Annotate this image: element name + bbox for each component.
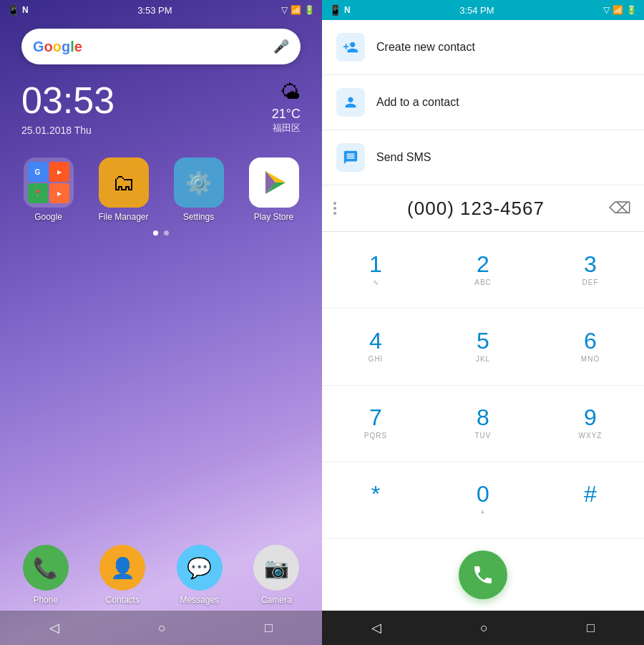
digit-4: 4 (369, 329, 382, 354)
phone-dock-label: Phone (33, 595, 58, 605)
home-button-left[interactable]: ○ (158, 621, 166, 636)
clock-widget: 03:53 25.01.2018 Thu 🌤 21°C 福田区 (21, 79, 301, 136)
key-8[interactable]: 8 TUV (429, 386, 537, 462)
back-button-right[interactable]: ◁ (371, 620, 381, 636)
digit-3: 3 (584, 252, 597, 277)
other-sub-icon: ▶ (49, 183, 69, 203)
key-7[interactable]: 7 PQRS (322, 386, 429, 462)
backspace-button[interactable]: ⌫ (607, 195, 633, 221)
wifi-icon: ▽ (281, 5, 288, 15)
backspace-icon: ⌫ (609, 199, 631, 218)
key-4[interactable]: 4 GHI (322, 309, 429, 385)
contact-menu: Create new contact Add to a contact Send… (322, 20, 644, 185)
clock-date: 25.01.2018 Thu (21, 125, 114, 136)
key-1[interactable]: 1 ∿ (322, 232, 429, 309)
key-hash[interactable]: # (537, 462, 644, 539)
send-sms-label: Send SMS (376, 151, 431, 164)
key-star[interactable]: * (322, 462, 429, 539)
status-time-left: 3:53 PM (137, 5, 172, 16)
location: 福田区 (272, 122, 301, 135)
dock-contacts[interactable]: 👤 Contacts (99, 545, 145, 605)
app-file-manager[interactable]: File Manager (98, 157, 148, 222)
recent-button-left[interactable]: □ (265, 621, 273, 636)
phone-dock-icon: 📞 (23, 545, 69, 591)
signal-icon: 📶 (291, 5, 301, 15)
microphone-icon[interactable]: 🎤 (273, 39, 289, 54)
dock-messages[interactable]: 💬 Messages (177, 545, 223, 605)
camera-dock-label: Camera (261, 595, 292, 605)
dock-camera[interactable]: 📷 Camera (253, 545, 299, 605)
add-to-contact-item[interactable]: Add to a contact (322, 75, 644, 130)
digit-7: 7 (369, 405, 382, 430)
file-manager-icon (99, 157, 149, 208)
app-status-icon: 📱 (7, 4, 19, 16)
messages-dock-label: Messages (180, 595, 219, 605)
youtube-sub-icon: ▶ (49, 162, 69, 182)
digit-9: 9 (584, 405, 597, 430)
status-left-icons: 📱 N (7, 4, 29, 16)
recent-button-right[interactable]: □ (587, 621, 595, 636)
left-screen: 📱 N 3:53 PM ▽ 📶 🔋 Google 🎤 03:53 25.01.2… (0, 0, 322, 645)
status-right-icons-right: ▽ 📶 🔋 (603, 5, 637, 15)
key-0[interactable]: 0 + (429, 462, 537, 539)
status-right-left-icons: 📱 N (329, 4, 351, 16)
call-row (322, 539, 644, 611)
settings-label: Settings (183, 212, 214, 222)
play-store-label: Play Store (254, 212, 293, 222)
keypad: 1 ∿ 2 ABC 3 DEF 4 GHI 5 JKL 6 MNO (322, 232, 644, 539)
signal-icon-right: 📶 (613, 5, 623, 15)
nav-bar-left: ◁ ○ □ (0, 611, 322, 645)
digit-8: 8 (477, 405, 489, 430)
send-sms-item[interactable]: Send SMS (322, 130, 644, 185)
status-bar-right: 📱 N 3:54 PM ▽ 📶 🔋 (322, 0, 644, 20)
back-button-left[interactable]: ◁ (49, 620, 59, 636)
key-3[interactable]: 3 DEF (537, 232, 644, 309)
wifi-icon-right: ▽ (603, 5, 610, 15)
dot-1 (153, 231, 158, 236)
letters-3: DEF (582, 278, 599, 288)
right-screen: 📱 N 3:54 PM ▽ 📶 🔋 Create new contact (322, 0, 644, 645)
nav-bar-right: ◁ ○ □ (322, 611, 644, 645)
digit-6: 6 (584, 329, 597, 354)
app-google[interactable]: G ▶ 📍 ▶ Google (24, 157, 74, 222)
letters-8: TUV (475, 432, 492, 442)
letters-0: + (481, 508, 486, 518)
dock-phone[interactable]: 📞 Phone (23, 545, 69, 605)
key-5[interactable]: 5 JKL (429, 309, 537, 385)
key-9[interactable]: 9 WXYZ (537, 386, 644, 462)
google-logo: Google (33, 39, 82, 55)
create-contact-item[interactable]: Create new contact (322, 20, 644, 75)
google-app-label: Google (34, 212, 62, 222)
bottom-dock: 📞 Phone 👤 Contacts 💬 Messages 📷 Camera (0, 545, 322, 605)
key-2[interactable]: 2 ABC (429, 232, 537, 309)
contacts-dock-label: Contacts (106, 595, 140, 605)
google-folder-icon: G ▶ 📍 ▶ (24, 157, 74, 208)
app-grid: G ▶ 📍 ▶ Google File Manager ⚙️ Settings (14, 157, 308, 222)
letters-7: PQRS (364, 432, 387, 442)
home-button-right[interactable]: ○ (480, 621, 488, 636)
battery-icon-right: 🔋 (626, 5, 637, 15)
letters-9: WXYZ (579, 432, 602, 442)
letters-6: MNO (581, 355, 600, 365)
app-status-icon-right: 📱 (329, 4, 341, 16)
google-search-bar[interactable]: Google 🎤 (21, 29, 301, 64)
google-sub-icon: G (28, 162, 48, 182)
digit-5: 5 (477, 329, 489, 354)
temperature: 21°C (272, 107, 301, 122)
clock-left: 03:53 25.01.2018 Thu (21, 79, 114, 136)
dialer: (000) 123-4567 ⌫ 1 ∿ 2 ABC 3 DEF 4 GHI (322, 185, 644, 611)
call-button[interactable] (459, 551, 507, 599)
clock-right: 🌤 21°C 福田区 (272, 80, 301, 135)
n-icon-right: N (344, 5, 351, 15)
page-dots (0, 231, 322, 236)
send-sms-icon (336, 143, 365, 172)
n-icon: N (22, 5, 29, 15)
status-bar-left: 📱 N 3:53 PM ▽ 📶 🔋 (0, 0, 322, 20)
status-right-icons-left: ▽ 📶 🔋 (281, 5, 315, 15)
key-6[interactable]: 6 MNO (537, 309, 644, 385)
options-dots[interactable] (333, 202, 336, 215)
status-time-right: 3:54 PM (459, 5, 494, 16)
app-play-store[interactable]: Play Store (249, 157, 299, 222)
app-settings[interactable]: ⚙️ Settings (174, 157, 224, 222)
letters-1: ∿ (373, 278, 379, 288)
